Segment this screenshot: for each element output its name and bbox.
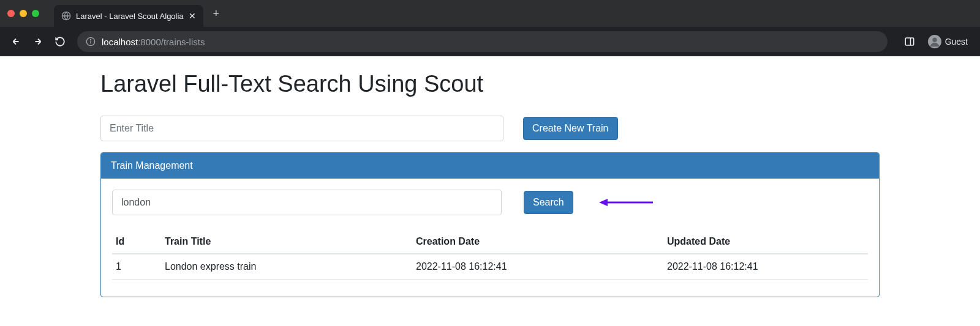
url-text: localhost:8000/trains-lists xyxy=(102,37,205,47)
search-button[interactable]: Search xyxy=(524,191,573,214)
url-path: /trains-lists xyxy=(161,37,205,47)
th-id: Id xyxy=(112,230,161,254)
minimize-window-button[interactable] xyxy=(20,10,27,17)
close-tab-icon[interactable]: ✕ xyxy=(189,12,196,20)
tab-title: Laravel - Laravel Scout Algolia xyxy=(76,12,184,21)
arrow-right-icon xyxy=(32,36,43,47)
create-new-train-button[interactable]: Create New Train xyxy=(523,117,618,140)
url-port: :8000 xyxy=(138,37,161,47)
window-controls xyxy=(7,10,39,17)
title-input[interactable] xyxy=(100,116,503,141)
arrow-left-annotation-icon xyxy=(599,197,654,208)
reload-button[interactable] xyxy=(50,32,70,51)
svg-point-7 xyxy=(932,38,937,42)
cell-title: London express train xyxy=(161,254,412,280)
table-row: 1 London express train 2022-11-08 16:12:… xyxy=(112,254,868,280)
address-bar[interactable]: localhost:8000/trains-lists xyxy=(77,31,888,52)
back-button[interactable] xyxy=(6,32,26,51)
maximize-window-button[interactable] xyxy=(32,10,39,17)
close-window-button[interactable] xyxy=(7,10,15,17)
search-row: Search xyxy=(112,190,868,215)
svg-point-3 xyxy=(90,39,91,40)
cell-updated: 2022-11-08 16:12:41 xyxy=(663,254,868,280)
url-host: localhost xyxy=(102,37,138,47)
tab-bar: Laravel - Laravel Scout Algolia ✕ + xyxy=(0,0,980,27)
browser-tab[interactable]: Laravel - Laravel Scout Algolia ✕ xyxy=(54,5,203,27)
page-content: Laravel Full-Text Search Using Scout Cre… xyxy=(0,56,980,297)
svg-rect-4 xyxy=(905,38,914,45)
avatar-icon xyxy=(928,35,941,48)
search-input[interactable] xyxy=(112,190,502,215)
th-updated: Updated Date xyxy=(663,230,868,254)
page-title: Laravel Full-Text Search Using Scout xyxy=(100,71,880,97)
browser-chrome: Laravel - Laravel Scout Algolia ✕ + loca… xyxy=(0,0,980,56)
profile-label: Guest xyxy=(945,37,968,46)
top-controls-row: Create New Train xyxy=(100,116,880,141)
svg-marker-9 xyxy=(599,199,608,206)
th-title: Train Title xyxy=(161,230,412,254)
th-creation: Creation Date xyxy=(412,230,663,254)
right-controls: Guest xyxy=(900,32,974,51)
train-management-panel: Train Management Search Id Train Title xyxy=(100,152,880,297)
panel-body: Search Id Train Title Creation Date Upda… xyxy=(101,179,879,297)
panel-toggle-button[interactable] xyxy=(900,32,919,51)
panel-heading: Train Management xyxy=(101,153,879,179)
arrow-left-icon xyxy=(10,36,21,47)
cell-id: 1 xyxy=(112,254,161,280)
globe-icon xyxy=(61,11,71,21)
panel-icon xyxy=(904,36,915,47)
new-tab-button[interactable]: + xyxy=(213,7,220,20)
nav-bar: localhost:8000/trains-lists Guest xyxy=(0,27,980,56)
table-header-row: Id Train Title Creation Date Updated Dat… xyxy=(112,230,868,254)
trains-table: Id Train Title Creation Date Updated Dat… xyxy=(112,230,868,280)
info-icon xyxy=(86,37,96,46)
annotation-arrow xyxy=(599,197,654,208)
cell-creation: 2022-11-08 16:12:41 xyxy=(412,254,663,280)
profile-chip[interactable]: Guest xyxy=(922,32,974,51)
forward-button[interactable] xyxy=(28,32,48,51)
reload-icon xyxy=(55,36,66,47)
